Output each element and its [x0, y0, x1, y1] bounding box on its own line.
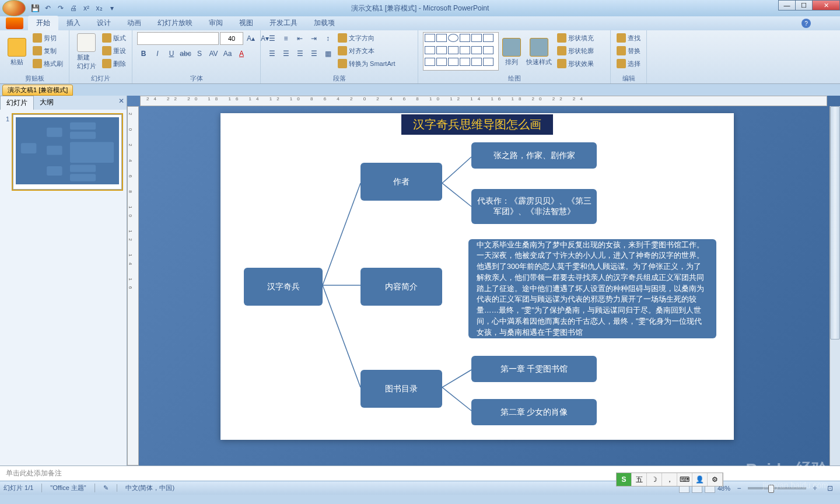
shape-icon[interactable]	[471, 34, 482, 42]
replace-button[interactable]: 替换	[615, 45, 642, 57]
ime-settings-icon[interactable]: ⚙	[708, 473, 723, 486]
shape-outline-button[interactable]: 形状轮廓	[556, 45, 595, 57]
shape-icon[interactable]	[436, 46, 447, 54]
reset-button[interactable]: 重设	[101, 45, 127, 57]
tab-animations[interactable]: 动画	[119, 16, 149, 30]
shape-icon[interactable]	[483, 34, 494, 42]
justify-button[interactable]: ☰	[307, 47, 320, 60]
tab-design[interactable]: 设计	[89, 16, 119, 30]
zoom-out-button[interactable]: −	[733, 482, 746, 495]
align-left-button[interactable]: ☰	[265, 47, 278, 60]
new-slide-button[interactable]: 新建 幻灯片	[74, 32, 99, 72]
mindmap-leaf[interactable]: 第一章 千雯图书馆	[471, 356, 597, 382]
tab-home[interactable]: 开始	[28, 16, 58, 30]
shape-icon[interactable]	[483, 58, 494, 66]
shape-fill-button[interactable]: 形状填充	[556, 32, 595, 44]
mindmap-branch-author[interactable]: 作者	[360, 163, 442, 201]
zoom-slider[interactable]	[748, 487, 806, 489]
shape-icon[interactable]	[471, 58, 482, 66]
strike-button[interactable]: abc	[179, 47, 192, 60]
status-spellcheck-icon[interactable]: ✎	[103, 484, 117, 492]
ime-person-icon[interactable]: 👤	[692, 473, 708, 486]
font-family-select[interactable]	[137, 32, 219, 45]
text-direction-button[interactable]: 文字方向	[337, 32, 396, 44]
vertical-scrollbar[interactable]	[830, 106, 840, 466]
vertical-ruler[interactable]	[127, 106, 139, 466]
indent-inc-button[interactable]: ⇥	[307, 32, 320, 45]
subscript-icon[interactable]: x₂	[94, 4, 104, 13]
shape-oval-icon[interactable]	[448, 34, 459, 42]
shape-rect-icon[interactable]	[436, 34, 447, 42]
save-icon[interactable]: 💾	[30, 4, 40, 13]
document-tab[interactable]: 演示文稿1 [兼容模式]	[2, 85, 73, 96]
shape-icon[interactable]	[448, 58, 459, 66]
slide-editor[interactable]: 汉字奇兵思维导图怎么画 汉字奇兵 作者 内容简介 图书目录 张之路，作家、剧作家…	[127, 96, 840, 466]
tab-developer[interactable]: 开发工具	[261, 16, 306, 30]
tab-review[interactable]: 审阅	[201, 16, 231, 30]
mindmap-leaf[interactable]: 第二章 少女的肖像	[471, 399, 597, 425]
shapes-gallery[interactable]	[423, 32, 499, 71]
select-button[interactable]: 选择	[615, 58, 642, 69]
ime-keyboard-icon[interactable]: ⌨	[677, 473, 692, 486]
paste-button[interactable]: 粘贴	[5, 32, 29, 72]
slide-canvas[interactable]: 汉字奇兵思维导图怎么画 汉字奇兵 作者 内容简介 图书目录 张之路，作家、剧作家…	[220, 113, 734, 440]
columns-button[interactable]: ▦	[321, 47, 334, 60]
ime-mode-button[interactable]: 五	[632, 473, 647, 486]
tab-slides-panel[interactable]: 幻灯片	[0, 96, 34, 110]
shape-icon[interactable]	[460, 46, 470, 54]
indent-dec-button[interactable]: ⇤	[293, 32, 306, 45]
case-button[interactable]: Aa	[221, 47, 234, 60]
align-center-button[interactable]: ☰	[279, 47, 292, 60]
font-color-button[interactable]: A	[235, 47, 248, 60]
find-button[interactable]: 查找	[615, 32, 642, 44]
shape-icon[interactable]	[471, 46, 482, 54]
ime-punct-icon[interactable]: ，	[662, 473, 677, 486]
tab-slideshow[interactable]: 幻灯片放映	[149, 16, 201, 30]
grow-font-button[interactable]: A▴	[244, 32, 257, 45]
print-icon[interactable]: 🖨	[69, 4, 78, 13]
help-icon[interactable]: ?	[802, 19, 811, 28]
qat-dropdown-icon[interactable]: ▾	[107, 4, 117, 13]
slide-title-box[interactable]: 汉字奇兵思维导图怎么画	[401, 114, 553, 135]
bold-button[interactable]: B	[137, 47, 150, 60]
cut-button[interactable]: 剪切	[32, 32, 64, 44]
maximize-button[interactable]: ☐	[795, 0, 813, 10]
shape-icon[interactable]	[425, 46, 435, 54]
spacing-button[interactable]: AV	[207, 47, 220, 60]
tab-outline-panel[interactable]: 大纲	[34, 96, 60, 110]
underline-button[interactable]: U	[165, 47, 178, 60]
shape-icon[interactable]	[425, 58, 435, 66]
shape-effect-button[interactable]: 形状效果	[556, 58, 595, 69]
thumbnails[interactable]: 1	[0, 110, 127, 466]
redo-icon[interactable]: ↷	[56, 4, 65, 13]
mindmap-branch-summary[interactable]: 内容简介	[360, 268, 442, 306]
layout-button[interactable]: 版式	[101, 32, 127, 44]
ime-moon-icon[interactable]: ☽	[647, 473, 662, 486]
zoom-in-button[interactable]: +	[808, 482, 821, 495]
mindmap-root[interactable]: 汉字奇兵	[244, 268, 323, 306]
office-button[interactable]	[2, 0, 26, 16]
numbering-button[interactable]: ≡	[279, 32, 292, 45]
ime-logo-icon[interactable]: S	[617, 473, 632, 486]
status-language[interactable]: 中文(简体，中国)	[125, 484, 174, 492]
font-size-select[interactable]	[220, 32, 243, 45]
mindmap-leaf[interactable]: 代表作：《霹雳贝贝》、《第三军团》、《非法智慧》	[471, 189, 597, 224]
shape-icon[interactable]	[448, 46, 459, 54]
shape-icon[interactable]	[460, 58, 470, 66]
undo-icon[interactable]: ↶	[43, 4, 52, 13]
italic-button[interactable]: I	[151, 47, 164, 60]
shape-icon[interactable]	[483, 46, 494, 54]
bullets-button[interactable]: ☰	[265, 32, 278, 45]
line-spacing-button[interactable]: ↕	[321, 32, 334, 45]
shape-icon[interactable]	[436, 58, 447, 66]
tab-view[interactable]: 视图	[231, 16, 261, 30]
superscript-icon[interactable]: x²	[82, 4, 91, 13]
shape-line-icon[interactable]	[425, 34, 435, 42]
quick-styles-button[interactable]: 快速样式	[524, 32, 554, 72]
arrange-button[interactable]: 排列	[501, 32, 522, 72]
panel-close-icon[interactable]: ✕	[118, 97, 124, 105]
smartart-button[interactable]: 转换为 SmartArt	[337, 58, 396, 69]
shadow-button[interactable]: S	[193, 47, 206, 60]
shape-arrow-icon[interactable]	[460, 34, 470, 42]
scrollbar-thumb[interactable]	[830, 106, 840, 340]
